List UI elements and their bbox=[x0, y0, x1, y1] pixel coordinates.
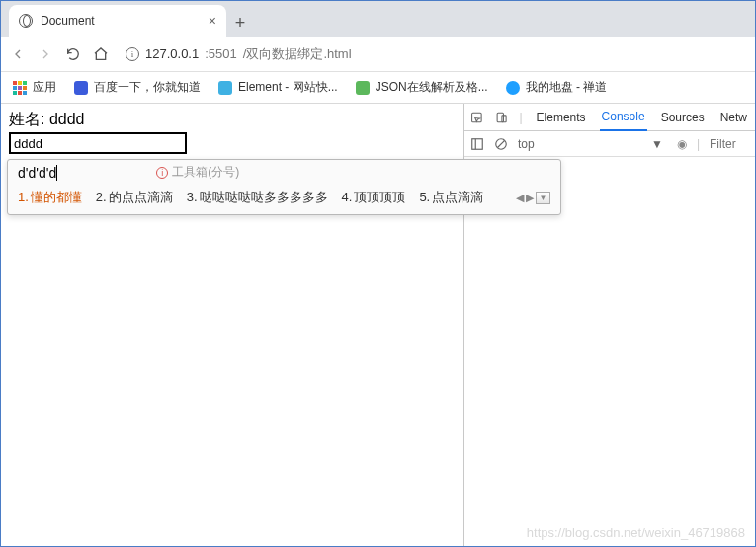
ime-candidate[interactable]: 4.顶顶顶顶 bbox=[342, 189, 406, 206]
back-button[interactable] bbox=[9, 45, 27, 63]
ime-candidate[interactable]: 1.懂的都懂 bbox=[18, 189, 82, 206]
bookmark-item[interactable]: 百度一下，你就知道 bbox=[74, 79, 201, 96]
context-selector[interactable]: top▼ bbox=[518, 137, 667, 151]
ime-toolbox-hint[interactable]: i 工具箱(分号) bbox=[156, 164, 239, 181]
bookmark-item[interactable]: Element - 网站快... bbox=[218, 79, 338, 96]
svg-rect-3 bbox=[472, 138, 483, 149]
name-input[interactable] bbox=[9, 132, 187, 154]
url-path: /双向数据绑定.html bbox=[243, 45, 352, 63]
reload-button[interactable] bbox=[64, 45, 82, 63]
apps-icon bbox=[13, 81, 27, 95]
name-label: 姓名: dddd bbox=[9, 110, 456, 130]
bookmark-item[interactable]: JSON在线解析及格... bbox=[356, 79, 488, 96]
ime-pager[interactable]: ◀ ▶ ▼ bbox=[516, 192, 550, 204]
favicon-icon bbox=[74, 81, 88, 95]
bookmark-item[interactable]: 我的地盘 - 禅道 bbox=[506, 79, 608, 96]
content-area: 姓名: dddd d'd'd'd i 工具箱(分号) 1.懂的都懂 2.的点点滴… bbox=[1, 104, 755, 547]
home-button[interactable] bbox=[92, 45, 110, 63]
clear-console-icon[interactable] bbox=[494, 137, 508, 151]
dropdown-icon[interactable]: ▼ bbox=[536, 192, 550, 204]
browser-tab-bar: Document × + bbox=[1, 1, 755, 37]
watermark: https://blog.csdn.net/weixin_46719868 bbox=[527, 525, 745, 540]
url-box[interactable]: i 127.0.0.1:5501/双向数据绑定.html bbox=[120, 45, 747, 63]
tab-elements[interactable]: Elements bbox=[535, 104, 588, 131]
tab-title: Document bbox=[41, 14, 95, 28]
console-toolbar: top▼ ◉ | bbox=[464, 131, 755, 157]
svg-rect-1 bbox=[497, 113, 503, 122]
ime-candidate[interactable]: 2.的点点滴滴 bbox=[96, 189, 173, 206]
favicon-icon bbox=[506, 81, 520, 95]
browser-tab[interactable]: Document × bbox=[9, 5, 226, 37]
live-expression-icon[interactable]: ◉ bbox=[677, 137, 687, 151]
new-tab-button[interactable]: + bbox=[226, 9, 254, 37]
page-viewport: 姓名: dddd d'd'd'd i 工具箱(分号) 1.懂的都懂 2.的点点滴… bbox=[1, 104, 464, 547]
site-info-icon[interactable]: i bbox=[126, 47, 139, 61]
bound-value: dddd bbox=[49, 111, 85, 127]
tab-network[interactable]: Netw bbox=[718, 104, 749, 131]
apps-button[interactable]: 应用 bbox=[13, 79, 56, 96]
tab-sources[interactable]: Sources bbox=[659, 104, 707, 131]
url-host: 127.0.0.1 bbox=[145, 46, 199, 61]
url-port: :5501 bbox=[205, 46, 237, 61]
close-tab-icon[interactable]: × bbox=[209, 13, 216, 29]
devtools-tabs: | Elements Console Sources Netw bbox=[464, 104, 755, 131]
ime-composition: d'd'd'd bbox=[18, 165, 57, 181]
inspect-icon[interactable] bbox=[470, 111, 483, 124]
bookmark-bar: 应用 百度一下，你就知道 Element - 网站快... JSON在线解析及格… bbox=[1, 72, 755, 104]
tab-console[interactable]: Console bbox=[600, 104, 647, 131]
filter-input[interactable] bbox=[710, 137, 749, 151]
forward-button[interactable] bbox=[37, 45, 54, 63]
ime-candidate[interactable]: 3.哒哒哒哒哒多多多多多 bbox=[187, 189, 328, 206]
address-bar: i 127.0.0.1:5501/双向数据绑定.html bbox=[1, 37, 755, 72]
apps-label: 应用 bbox=[33, 79, 56, 96]
chevron-right-icon[interactable]: ▶ bbox=[526, 192, 534, 204]
ime-popup: d'd'd'd i 工具箱(分号) 1.懂的都懂 2.的点点滴滴 3.哒哒哒哒哒… bbox=[7, 159, 561, 215]
favicon-icon bbox=[218, 81, 232, 95]
sidebar-toggle-icon[interactable] bbox=[470, 137, 484, 151]
globe-icon bbox=[19, 14, 33, 28]
ime-candidate[interactable]: 5.点点滴滴 bbox=[419, 189, 483, 206]
svg-line-6 bbox=[498, 140, 505, 147]
ime-candidates: 1.懂的都懂 2.的点点滴滴 3.哒哒哒哒哒多多多多多 4.顶顶顶顶 5.点点滴… bbox=[8, 183, 560, 214]
favicon-icon bbox=[356, 81, 370, 95]
device-toggle-icon[interactable] bbox=[495, 111, 508, 124]
info-icon: i bbox=[156, 167, 168, 179]
chevron-left-icon[interactable]: ◀ bbox=[516, 192, 524, 204]
